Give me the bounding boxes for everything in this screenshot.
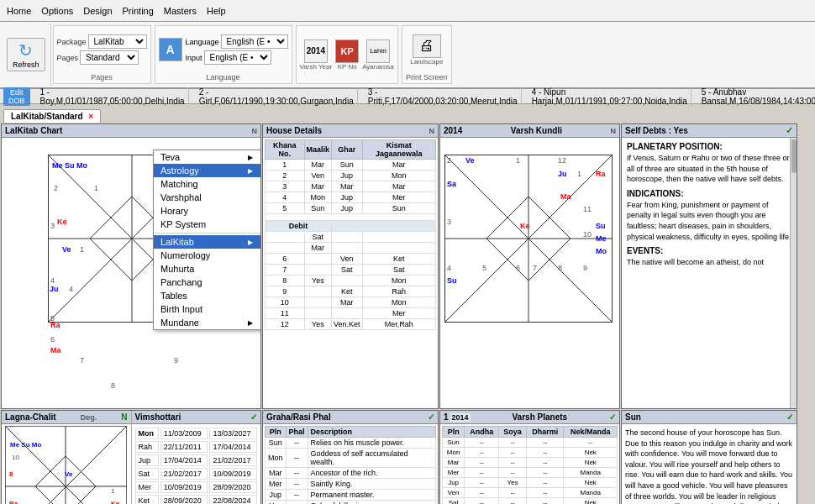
package-select[interactable]: LalKitab xyxy=(88,34,147,49)
menu-masters[interactable]: Masters xyxy=(160,4,200,18)
dob-entry-5[interactable]: 5 - Anubhav Bansal,M,16/08/1984,14:43:00… xyxy=(698,87,815,106)
self-debts-content: PLANETARY POSITION: If Venus, Saturn or … xyxy=(622,138,797,408)
varsh-year-display: 2014 xyxy=(304,39,328,63)
vk-n6: 6 xyxy=(516,264,520,272)
vk-n3: 3 xyxy=(447,218,451,226)
package-label: Package xyxy=(57,38,87,46)
house-details-content: Khana No. Maalik Ghar Kismat Jagaanewala… xyxy=(263,138,438,408)
varsh-planets-subpanel: 1 2014 Varsh Planets ✓ PlnAndhaSoyaDharm… xyxy=(440,411,619,504)
pages-label: Pages xyxy=(57,54,79,62)
planetary-position-text: If Venus, Saturn or Rahu or two of these… xyxy=(627,153,791,185)
vk-su2: Su xyxy=(447,276,457,285)
dob-entry-4[interactable]: 4 - Nipun Harjai,M,01/11/1991,09:27:00,N… xyxy=(528,87,691,106)
varsh-planets-panel: 1 2014 Varsh Planets ✓ PlnAndhaSoyaDharm… xyxy=(439,410,620,504)
menu-muhurta[interactable]: Muhurta xyxy=(154,262,261,276)
varsh-planets-table: PlnAndhaSoyaDharmiNek/Manda Sun-------- … xyxy=(442,426,618,504)
ayanamsa-icon: Lahiri xyxy=(366,39,390,63)
menu-home[interactable]: Home xyxy=(3,4,34,18)
vk-ke: Ke xyxy=(520,222,530,230)
house-row-3: 3MarMarMar xyxy=(266,181,436,192)
graha-rasi-panel: Graha/Rasi Phal ✓ PlnPhalDescription Sun… xyxy=(262,410,439,504)
language-select[interactable]: English (E • xyxy=(221,34,288,49)
dob-entry-3[interactable]: 3 - Priti,F,17/04/2000,03:20:00,Meerut,I… xyxy=(365,87,522,106)
menu-design[interactable]: Design xyxy=(80,4,115,18)
vp-mar: Mar------Nek xyxy=(443,458,618,468)
sun-subpanel: Sun ✓ The second house of your horoscope… xyxy=(622,411,797,504)
menu-matching[interactable]: Matching xyxy=(154,177,261,191)
vim-row-mon: Mon11/03/200913/03/2027 xyxy=(135,428,258,439)
gr-sun: Sun--Relies on his muscle power. xyxy=(266,438,436,449)
dob-entry-1[interactable]: 1 - Boy,M,01/01/1987,05:00:00,Delhi,Indi… xyxy=(37,87,189,106)
vk-n11: 11 xyxy=(583,205,592,213)
events-label: EVENTS: xyxy=(627,245,791,257)
house-details-header: House Details N xyxy=(263,124,438,138)
planetary-position-label: PLANETARY POSITION: xyxy=(627,141,791,153)
indications-label: INDICATIONS: xyxy=(627,188,791,200)
menu-lalkitab[interactable]: LalKitab ▶ xyxy=(154,235,261,249)
lc-n10: 10 xyxy=(12,454,19,461)
house-num-6: 6 xyxy=(50,335,55,344)
graha-rasi-content: PlnPhalDescription Sun--Relies on his mu… xyxy=(263,424,438,504)
house-num-3: 3 xyxy=(50,222,55,230)
house-num-4b: 4 xyxy=(69,285,73,293)
menu-help[interactable]: Help xyxy=(203,4,229,18)
lagna-chalit-svg xyxy=(5,426,127,504)
vk-n1: 1 xyxy=(516,156,520,165)
lc-ve: Ve xyxy=(65,470,72,478)
varsh-kundli-svg xyxy=(444,155,613,323)
edit-dob-button[interactable]: Edit DOB xyxy=(3,87,30,106)
vk-mo: Mo xyxy=(596,247,607,255)
graha-rasi-title: Graha/Rasi Phal xyxy=(266,412,331,422)
menu-options[interactable]: Options xyxy=(38,4,76,18)
main-context-menu[interactable]: Teva ▶ Astrology ▶ Matching Varshphal Ho… xyxy=(153,150,261,330)
tab-lalkitab-standard[interactable]: LalKitab/Standard × xyxy=(3,109,101,123)
varsh-planets-content: PlnAndhaSoyaDharmiNek/Manda Sun-------- … xyxy=(440,424,619,504)
menu-mundane[interactable]: Mundane ▶ xyxy=(154,316,261,329)
dob-entry-2[interactable]: 2 - Girl,F,06/11/1990,19:30:00,Gurgaon,I… xyxy=(196,87,358,106)
menu-birth-input[interactable]: Birth Input xyxy=(154,302,261,316)
vp-ven: Ven------Manda xyxy=(443,488,618,498)
menu-numerology[interactable]: Numerology xyxy=(154,249,261,262)
menu-kp-system[interactable]: KP System xyxy=(154,218,261,231)
vimshottari-subpanel: Vimshottari ✓ Mon11/03/200913/03/2027 Ra… xyxy=(132,411,261,504)
menu-horary[interactable]: Horary xyxy=(154,204,261,218)
self-debts-scrollbar[interactable] xyxy=(790,138,797,408)
vk-ju: Ju xyxy=(558,170,567,178)
varsh-planets-year: 1 xyxy=(444,412,449,422)
vimshottari-title: Vimshottari xyxy=(135,412,181,422)
lagna-deg: Deg. xyxy=(81,413,97,422)
vk-n10: 10 xyxy=(583,230,592,239)
ribbon: ↻ Refresh Package LalKitab Pages Standar… xyxy=(0,22,815,89)
vk-n12: 12 xyxy=(558,156,566,165)
graha-rasi-table: PlnPhalDescription Sun--Relies on his mu… xyxy=(265,426,436,504)
pages-select[interactable]: Standard xyxy=(80,50,139,65)
lagna-chalit-title: Lagna-Chalit xyxy=(5,412,56,422)
menu-teva[interactable]: Teva ▶ xyxy=(154,150,261,164)
planet-ve: Ve xyxy=(62,245,71,254)
lagna-check: N xyxy=(121,412,127,422)
varsh-kundli-year: 2014 xyxy=(444,126,462,135)
input-select[interactable]: English (E • xyxy=(204,50,271,65)
col-ghar: Ghar xyxy=(332,140,363,160)
refresh-button[interactable]: ↻ Refresh xyxy=(7,38,45,71)
menu-panchang[interactable]: Panchang xyxy=(154,276,261,289)
menu-varshphal[interactable]: Varshphal xyxy=(154,191,261,204)
debit-row-1: Sat xyxy=(266,232,436,243)
menu-bar: Home Options Design Printing Masters Hel… xyxy=(0,0,815,22)
tab-close-button[interactable]: × xyxy=(88,112,93,121)
self-debts-check: ✓ xyxy=(786,125,793,136)
lc-ra: Ra xyxy=(9,500,18,504)
house-details-n: N xyxy=(429,127,435,135)
gr-mon: Mon--Goddess of self accumulated wealth. xyxy=(266,449,436,468)
sun-remedy-panel: Sun ✓ The second house of your horoscope… xyxy=(621,410,797,504)
main-content: LalKitab Chart N Me Su Mo 2 1 Ke 3 xyxy=(0,123,815,477)
lalkitab-chart-panel: LalKitab Chart N Me Su Mo 2 1 Ke 3 xyxy=(1,123,261,409)
menu-astrology[interactable]: Astrology ▶ xyxy=(154,164,261,177)
house-num-1b: 1 xyxy=(80,245,84,254)
landscape-button[interactable]: 🖨 Landscape xyxy=(410,34,443,66)
menu-tables[interactable]: Tables xyxy=(154,289,261,302)
scrollbar-thumb[interactable] xyxy=(791,139,797,173)
language-label: Language xyxy=(186,38,219,46)
menu-printing[interactable]: Printing xyxy=(119,4,157,18)
vp-sat: Sat------Nek xyxy=(443,498,618,505)
